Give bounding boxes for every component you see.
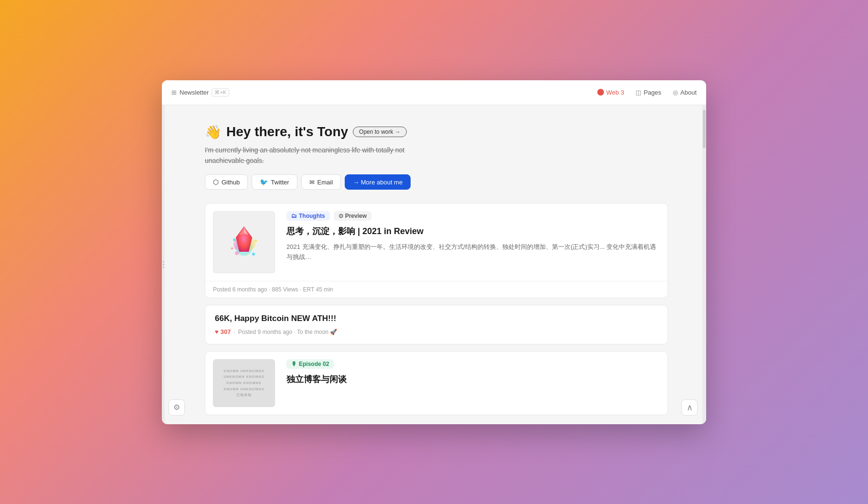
- hero-subtitle: I'm currently living an absolutely not m…: [205, 145, 434, 166]
- nav-about[interactable]: ◎ About: [673, 89, 697, 96]
- post-card-3[interactable]: KNOWN UNKNOWNS UNKNOWN KNOWNS KNOWN KNOW…: [205, 351, 668, 415]
- post-thumbnail-3: KNOWN UNKNOWNS UNKNOWN KNOWNS KNOWN KNOW…: [213, 359, 275, 407]
- web3-icon: [597, 89, 604, 96]
- nav-web3-label: Web 3: [606, 89, 624, 96]
- meta-separator: ·: [233, 329, 235, 335]
- post-date-2: Posted 9 months ago · To the moon 🚀: [238, 329, 338, 335]
- github-label: Github: [222, 179, 240, 186]
- drag-dot: [163, 267, 164, 268]
- post-likes: ♥ 307: [215, 328, 231, 335]
- svg-point-12: [231, 247, 233, 249]
- titlebar-left: ⊞ Newsletter ⌘+K: [171, 88, 229, 97]
- titlebar: ⊞ Newsletter ⌘+K Web 3 ◫ Pages ◎ About: [162, 80, 706, 105]
- heart-icon: ♥: [215, 328, 219, 335]
- open-to-work-button[interactable]: Open to work →: [353, 127, 407, 137]
- more-about-me-button[interactable]: → More about me: [345, 174, 411, 190]
- post-title-2: 66K, Happy Bitcoin NEW ATH!!!: [215, 314, 658, 323]
- post-title-3: 独立博客与闲谈: [286, 374, 660, 386]
- wave-emoji: 👋: [205, 124, 222, 140]
- more-about-me-label: → More about me: [353, 179, 402, 186]
- twitter-icon: 🐦: [260, 178, 268, 186]
- svg-point-9: [255, 240, 257, 242]
- episode-label: Episode 02: [299, 361, 329, 367]
- scrollbar-thumb[interactable]: [703, 110, 706, 148]
- scroll-top-icon: ∧: [687, 402, 693, 413]
- post-thumbnail-1: [213, 211, 275, 273]
- action-buttons: ⬡ Github 🐦 Twitter ✉ Email → More about …: [205, 174, 668, 190]
- svg-point-8: [233, 238, 236, 241]
- twitter-button[interactable]: 🐦 Twitter: [252, 174, 297, 190]
- keyboard-shortcut: ⌘+K: [212, 88, 229, 97]
- pages-icon: ◫: [635, 89, 641, 96]
- post-title-1: 思考，沉淀，影响 | 2021 in Review: [286, 225, 660, 237]
- preview-label: Preview: [345, 213, 367, 219]
- post-meta-1: Posted 6 months ago · 885 Views · ERT 45…: [205, 281, 667, 298]
- hero-section: 👋 Hey there, it's Tony Open to work → I'…: [205, 124, 668, 190]
- tag-episode[interactable]: 🎙 Episode 02: [286, 359, 334, 369]
- email-label: Email: [318, 179, 333, 186]
- post-card-1[interactable]: 🗂 Thoughts ⊙ Preview 思考，沉淀，影响 | 2021 in …: [205, 203, 668, 298]
- newsletter-icon: ⊞: [171, 89, 177, 96]
- episode-icon: 🎙: [291, 361, 297, 367]
- drag-dots: [163, 261, 164, 268]
- known-unknowns-text: KNOWN UNKNOWNS UNKNOWN KNOWNS KNOWN KNOW…: [223, 368, 264, 398]
- hero-name: Hey there, it's Tony: [226, 124, 348, 139]
- twitter-label: Twitter: [271, 179, 289, 186]
- about-icon: ◎: [673, 89, 678, 96]
- post-body-3: 🎙 Episode 02 独立博客与闲谈: [283, 352, 667, 415]
- post-tags-1: 🗂 Thoughts ⊙ Preview: [286, 211, 660, 221]
- browser-window: ⊞ Newsletter ⌘+K Web 3 ◫ Pages ◎ About: [162, 80, 706, 424]
- drag-dot: [163, 261, 164, 262]
- main-content: 👋 Hey there, it's Tony Open to work → I'…: [162, 105, 706, 424]
- nav-pages[interactable]: ◫ Pages: [635, 89, 661, 96]
- thoughts-label: Thoughts: [299, 213, 325, 219]
- post-body-1: 🗂 Thoughts ⊙ Preview 思考，沉淀，影响 | 2021 in …: [283, 204, 667, 281]
- svg-point-11: [252, 253, 255, 256]
- svg-point-10: [235, 251, 239, 255]
- tag-preview[interactable]: ⊙ Preview: [334, 211, 371, 221]
- drag-handle: [162, 105, 165, 424]
- nav-about-label: About: [680, 89, 697, 96]
- settings-button[interactable]: ⚙: [169, 399, 185, 416]
- github-icon: ⬡: [213, 178, 219, 186]
- github-button[interactable]: ⬡ Github: [205, 174, 248, 190]
- likes-count: 307: [221, 328, 231, 335]
- scrollbar-track[interactable]: [702, 105, 706, 424]
- tag-thoughts[interactable]: 🗂 Thoughts: [286, 211, 330, 221]
- post-excerpt-1: 2021 充满变化、挣扎与重塑的一年。生活环境的改变、社交方式/结构的转换、独处…: [286, 242, 660, 262]
- thoughts-icon: 🗂: [291, 213, 297, 219]
- newsletter-label: Newsletter: [180, 89, 209, 96]
- email-icon: ✉: [309, 179, 315, 186]
- crystal-svg: [222, 221, 265, 264]
- nav-pages-label: Pages: [644, 89, 661, 96]
- post-meta-2: ♥ 307 · Posted 9 months ago · To the moo…: [215, 328, 658, 335]
- scroll-top-button[interactable]: ∧: [681, 399, 698, 416]
- post-card-1-inner: 🗂 Thoughts ⊙ Preview 思考，沉淀，影响 | 2021 in …: [205, 204, 667, 281]
- nav-web3[interactable]: Web 3: [597, 89, 624, 96]
- post-card-2[interactable]: 66K, Happy Bitcoin NEW ATH!!! ♥ 307 · Po…: [205, 305, 668, 344]
- newsletter-nav[interactable]: ⊞ Newsletter ⌘+K: [171, 88, 229, 97]
- hero-title: 👋 Hey there, it's Tony Open to work →: [205, 124, 668, 140]
- drag-dot: [163, 264, 164, 265]
- post-card-3-inner: KNOWN UNKNOWNS UNKNOWN KNOWNS KNOWN KNOW…: [205, 352, 667, 415]
- post-tags-3: 🎙 Episode 02: [286, 359, 660, 369]
- email-button[interactable]: ✉ Email: [301, 174, 341, 190]
- open-to-work-label: Open to work →: [359, 129, 401, 135]
- titlebar-right: Web 3 ◫ Pages ◎ About: [597, 89, 697, 96]
- settings-icon: ⚙: [173, 403, 180, 412]
- preview-icon: ⊙: [339, 213, 343, 219]
